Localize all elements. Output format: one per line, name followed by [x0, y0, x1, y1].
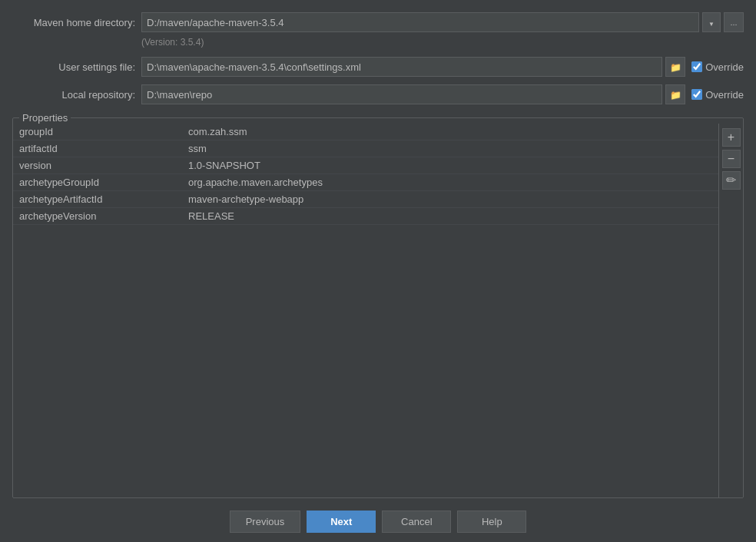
prop-value: RELEASE [188, 210, 712, 222]
maven-home-label-text: Maven home directory: [34, 17, 135, 28]
folder-icon [670, 61, 681, 73]
local-repo-label: Local repository: [12, 89, 135, 101]
remove-property-button[interactable]: − [722, 150, 741, 168]
form-section: Maven home directory: ... (Version: 3.5.… [12, 12, 744, 104]
table-row[interactable]: groupIdcom.zah.ssm [13, 124, 718, 140]
local-repo-input[interactable] [141, 84, 662, 104]
maven-home-input[interactable] [141, 12, 699, 32]
prop-key: version [19, 160, 188, 171]
prop-key: groupId [19, 126, 188, 137]
table-row[interactable]: archetypeVersionRELEASE [13, 208, 718, 225]
user-settings-input[interactable] [141, 57, 662, 77]
next-button[interactable]: Next [307, 511, 376, 533]
maven-version-text: (Version: 3.5.4) [141, 37, 744, 48]
previous-button[interactable]: Previous [230, 511, 301, 533]
properties-legend: Properties [19, 112, 71, 124]
folder-icon [670, 89, 681, 101]
chevron-down-icon [708, 17, 715, 28]
prop-value: ssm [188, 143, 712, 154]
user-settings-override-label: Override [705, 61, 744, 73]
local-repo-override-checkbox[interactable] [691, 89, 702, 100]
cancel-button[interactable]: Cancel [382, 511, 451, 533]
ellipsis-icon: ... [730, 18, 737, 27]
table-row[interactable]: archetypeGroupIdorg.apache.maven.archety… [13, 174, 718, 191]
user-settings-label: User settings file: [12, 61, 135, 73]
properties-inner: groupIdcom.zah.ssmartifactIdssmversion1.… [13, 124, 743, 497]
prop-value: maven-archetype-webapp [188, 193, 712, 205]
prop-key: archetypeGroupId [19, 177, 188, 188]
table-row[interactable]: artifactIdssm [13, 140, 718, 157]
properties-actions: + − ✏ [718, 124, 743, 497]
properties-fieldset: Properties groupIdcom.zah.ssmartifactIds… [12, 112, 744, 498]
user-settings-override-checkbox[interactable] [691, 61, 702, 72]
local-repo-label-text: Local repository: [62, 89, 135, 101]
footer: Previous Next Cancel Help [12, 507, 744, 533]
prop-key: archetypeVersion [19, 210, 188, 222]
local-repo-input-wrapper [141, 84, 685, 104]
maven-home-row: Maven home directory: ... [12, 12, 744, 32]
local-repo-override-wrapper: Override [691, 89, 744, 101]
help-button[interactable]: Help [457, 511, 526, 533]
prop-key: artifactId [19, 143, 188, 154]
maven-home-label: Maven home directory: [12, 17, 135, 28]
user-settings-row: User settings file: Override [12, 57, 744, 77]
prop-value: 1.0-SNAPSHOT [188, 160, 712, 171]
prop-key: archetypeArtifactId [19, 193, 188, 205]
table-row[interactable]: archetypeArtifactIdmaven-archetype-webap… [13, 191, 718, 208]
maven-home-input-wrapper: ... [141, 12, 744, 32]
prop-value: org.apache.maven.archetypes [188, 177, 712, 188]
maven-home-browse-btn[interactable]: ... [724, 12, 744, 32]
user-settings-label-text: User settings file: [58, 61, 135, 73]
user-settings-input-wrapper [141, 57, 685, 77]
user-settings-override-wrapper: Override [691, 61, 744, 73]
add-property-button[interactable]: + [722, 128, 741, 147]
user-settings-browse-btn[interactable] [665, 57, 685, 77]
dialog: Maven home directory: ... (Version: 3.5.… [0, 0, 756, 542]
edit-property-button[interactable]: ✏ [722, 171, 741, 190]
maven-home-dropdown-btn[interactable] [702, 12, 721, 32]
table-row[interactable]: version1.0-SNAPSHOT [13, 157, 718, 174]
local-repo-browse-btn[interactable] [665, 84, 685, 104]
local-repo-override-label: Override [705, 89, 744, 101]
properties-table: groupIdcom.zah.ssmartifactIdssmversion1.… [13, 124, 718, 497]
local-repo-row: Local repository: Override [12, 84, 744, 104]
prop-value: com.zah.ssm [188, 126, 712, 137]
